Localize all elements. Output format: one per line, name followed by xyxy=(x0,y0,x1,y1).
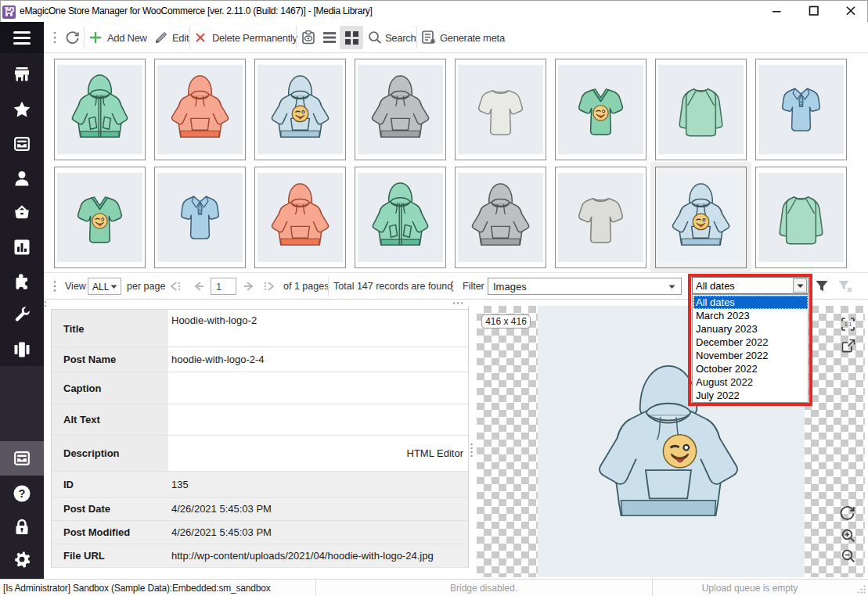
svg-text:1:1: 1:1 xyxy=(845,321,852,327)
svg-text:?: ? xyxy=(19,487,26,500)
